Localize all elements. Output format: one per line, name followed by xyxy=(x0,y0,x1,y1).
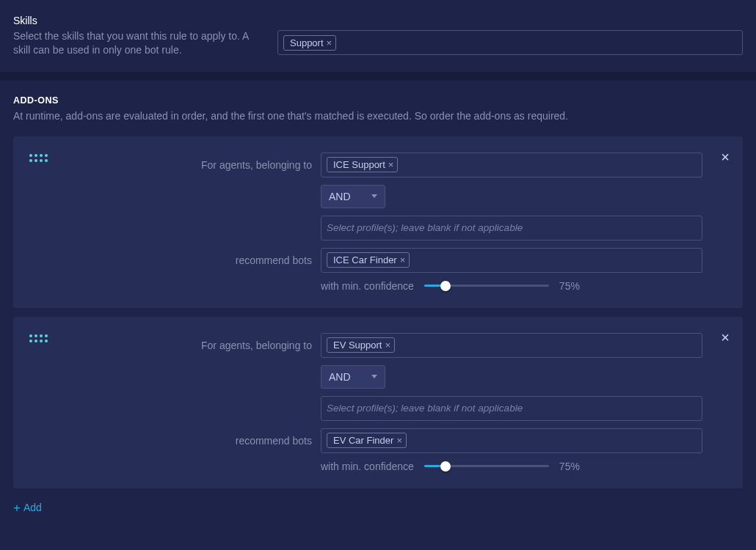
slider-thumb[interactable] xyxy=(440,461,451,472)
remove-addon-button[interactable]: × xyxy=(721,330,730,345)
agent-groups-input[interactable]: EV Support × xyxy=(321,333,702,358)
recommend-bots-label: recommend bots xyxy=(59,435,312,447)
confidence-slider[interactable] xyxy=(424,465,549,467)
confidence-slider[interactable] xyxy=(424,285,549,287)
confidence-value: 75% xyxy=(559,280,580,292)
bot-tag-label: EV Car Finder xyxy=(333,435,393,446)
skills-title: Skills xyxy=(13,15,255,26)
chevron-down-icon xyxy=(371,375,377,378)
for-agents-label: For agents, belonging to xyxy=(59,340,312,351)
confidence-row: with min. confidence 75% xyxy=(321,461,702,472)
close-icon[interactable]: × xyxy=(385,340,391,350)
agent-group-tag: EV Support × xyxy=(327,337,395,353)
agent-groups-input[interactable]: ICE Support × xyxy=(321,153,702,177)
bot-tag-label: ICE Car Finder xyxy=(333,254,397,265)
confidence-label: with min. confidence xyxy=(321,461,414,472)
operator-value: AND xyxy=(329,191,351,202)
agent-group-tag-label: ICE Support xyxy=(333,159,385,170)
close-icon[interactable]: × xyxy=(400,255,406,265)
confidence-value: 75% xyxy=(559,461,580,472)
recommend-bots-label: recommend bots xyxy=(59,254,312,266)
drag-handle-icon[interactable] xyxy=(29,153,47,292)
agent-group-tag: ICE Support × xyxy=(327,157,398,172)
bot-tag: EV Car Finder × xyxy=(327,433,407,448)
profiles-input[interactable]: Select profile(s); leave blank if not ap… xyxy=(321,216,702,241)
addon-card: For agents, belonging to EV Support × AN… xyxy=(13,317,743,488)
bots-input[interactable]: ICE Car Finder × xyxy=(321,248,702,273)
operator-value: AND xyxy=(329,371,351,383)
bot-tag: ICE Car Finder × xyxy=(327,252,410,268)
addons-description: At runtime, add-ons are evaluated in ord… xyxy=(13,110,743,122)
remove-addon-button[interactable]: × xyxy=(721,150,730,164)
addon-card-body: For agents, belonging to EV Support × AN… xyxy=(59,333,721,472)
confidence-label: with min. confidence xyxy=(321,280,414,292)
skills-input-wrap: Support × xyxy=(277,15,743,57)
bots-input[interactable]: EV Car Finder × xyxy=(321,428,702,453)
operator-select[interactable]: AND xyxy=(321,185,385,208)
agent-group-tag-label: EV Support xyxy=(333,340,382,351)
operator-select[interactable]: AND xyxy=(321,365,385,389)
chevron-down-icon xyxy=(371,194,377,198)
skill-tag: Support × xyxy=(283,35,336,51)
skills-tag-input[interactable]: Support × xyxy=(277,30,743,55)
addon-card-body: For agents, belonging to ICE Support × A… xyxy=(59,153,721,292)
profiles-input[interactable]: Select profile(s); leave blank if not ap… xyxy=(321,396,702,421)
profiles-placeholder: Select profile(s); leave blank if not ap… xyxy=(327,222,523,233)
section-divider xyxy=(0,72,756,81)
addons-title: ADD-ONS xyxy=(13,95,743,106)
addon-card: For agents, belonging to ICE Support × A… xyxy=(13,136,743,308)
profiles-placeholder: Select profile(s); leave blank if not ap… xyxy=(327,403,523,414)
close-icon[interactable]: × xyxy=(388,160,394,169)
for-agents-label: For agents, belonging to xyxy=(59,159,312,171)
skills-section: Skills Select the skills that you want t… xyxy=(0,0,756,72)
add-addon-label: Add xyxy=(23,502,42,513)
confidence-row: with min. confidence 75% xyxy=(321,280,702,292)
skill-tag-label: Support xyxy=(290,37,324,48)
plus-icon: + xyxy=(13,502,21,514)
close-icon[interactable]: × xyxy=(327,38,332,48)
add-addon-button[interactable]: + Add xyxy=(13,497,42,514)
skills-header-block: Skills Select the skills that you want t… xyxy=(13,15,255,57)
slider-thumb[interactable] xyxy=(440,281,451,291)
close-icon[interactable]: × xyxy=(396,436,402,445)
drag-handle-icon[interactable] xyxy=(29,333,47,472)
skills-description: Select the skills that you want this rul… xyxy=(13,29,255,57)
addons-section: ADD-ONS At runtime, add-ons are evaluate… xyxy=(0,81,756,521)
